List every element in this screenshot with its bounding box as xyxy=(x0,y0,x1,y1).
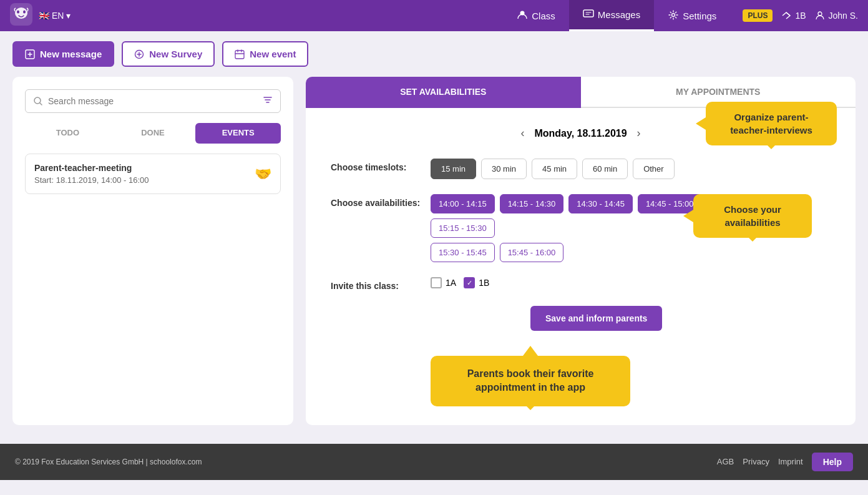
class-1b-label[interactable]: ✓ 1B xyxy=(464,277,489,288)
left-panel: TODO DONE EVENTS Parent-teacher-meeting … xyxy=(12,77,293,425)
search-icon xyxy=(33,96,43,106)
prev-date-button[interactable]: ‹ xyxy=(520,127,524,140)
tooltip-organize: Organize parent-teacher-interviews xyxy=(706,102,837,145)
avail-slot-2[interactable]: 14:30 - 14:45 xyxy=(568,194,633,213)
svg-rect-10 xyxy=(235,51,244,59)
timeslot-60min[interactable]: 60 min xyxy=(582,159,628,179)
nav-settings-label: Settings xyxy=(683,11,716,21)
flag-icon: 🇬🇧 xyxy=(39,11,49,21)
right-content: ‹ Monday, 18.11.2019 › Organize parent-t… xyxy=(306,108,856,425)
availabilities-label: Choose availabilities: xyxy=(331,194,431,208)
class-checkboxes: 1A ✓ 1B xyxy=(431,277,489,288)
timeslot-45min[interactable]: 45 min xyxy=(532,159,577,179)
tooltip-choose: Choose your availabilities xyxy=(693,194,812,238)
messages-icon xyxy=(583,8,594,21)
tooltip-organize-text: Organize parent-teacher-interviews xyxy=(730,112,812,135)
tab-todo[interactable]: TODO xyxy=(25,123,110,144)
tab-done[interactable]: DONE xyxy=(110,123,196,144)
svg-point-3 xyxy=(23,11,26,14)
new-event-button[interactable]: New event xyxy=(222,41,308,67)
save-inform-button[interactable]: Save and inform parents xyxy=(530,306,662,331)
avail-slot-1[interactable]: 14:15 - 14:30 xyxy=(500,194,564,213)
avail-slot-0[interactable]: 14:00 - 14:15 xyxy=(431,194,495,213)
invite-label: Invite this class: xyxy=(331,277,431,291)
footer-privacy[interactable]: Privacy xyxy=(743,457,769,466)
svg-point-2 xyxy=(17,11,19,14)
right-panel: SET AVAILABILITIES MY APPOINTMENTS ‹ Mon… xyxy=(306,77,856,425)
availabilities-section: Choose availabilities: 14:00 - 14:15 14:… xyxy=(331,194,831,262)
new-survey-label: New Survey xyxy=(149,49,202,59)
copyright-text: © 2019 Fox Education Services GmbH | sch… xyxy=(15,458,202,466)
save-row: Save and inform parents xyxy=(431,306,831,331)
current-date: Monday, 18.11.2019 xyxy=(534,128,627,139)
tab-events[interactable]: EVENTS xyxy=(195,123,281,144)
nav-class-label: Class xyxy=(532,11,555,21)
language-selector[interactable]: 🇬🇧 EN ▾ xyxy=(39,11,71,21)
avail-slot-6[interactable]: 15:30 - 15:45 xyxy=(431,243,495,262)
class-1a-checkbox[interactable] xyxy=(431,277,442,288)
new-message-label: New message xyxy=(40,49,102,59)
class-1b-checkbox[interactable]: ✓ xyxy=(464,277,475,288)
invite-class-section: Invite this class: 1A ✓ 1B xyxy=(331,277,831,291)
event-title: Parent-teacher-meeting xyxy=(34,163,149,173)
tooltip-parents-text: Parents book their favorite appointment … xyxy=(467,368,594,393)
class-icon xyxy=(517,9,528,22)
message-tabs: TODO DONE EVENTS xyxy=(25,123,281,144)
new-event-label: New event xyxy=(250,49,296,59)
tooltip-parents-wrapper: Parents book their favorite appointment … xyxy=(431,356,630,406)
nav-settings[interactable]: Settings xyxy=(654,0,730,31)
settings-icon xyxy=(668,9,679,22)
search-input[interactable] xyxy=(48,96,258,106)
event-card-info: Parent-teacher-meeting Start: 18.11.2019… xyxy=(34,163,149,185)
svg-point-6 xyxy=(672,13,675,16)
footer: © 2019 Fox Education Services GmbH | sch… xyxy=(0,444,868,480)
timeslot-other[interactable]: Other xyxy=(633,159,675,179)
help-button[interactable]: Help xyxy=(812,453,853,471)
class-1a-label[interactable]: 1A xyxy=(431,277,456,288)
filter-icon[interactable] xyxy=(263,95,273,107)
class-label: 1B xyxy=(795,11,806,21)
footer-imprint[interactable]: Imprint xyxy=(778,457,803,466)
user-menu[interactable]: John S. xyxy=(815,11,858,21)
timeslot-15min[interactable]: 15 min xyxy=(431,159,476,179)
search-bar xyxy=(25,89,281,113)
timeslots-label: Choose timeslots: xyxy=(331,159,431,172)
timeslots-section: Choose timeslots: 15 min 30 min 45 min 6… xyxy=(331,159,831,179)
class-1a-text: 1A xyxy=(446,278,456,288)
nav-class[interactable]: Class xyxy=(503,0,569,31)
class-switcher[interactable]: 1B xyxy=(781,11,806,21)
plus-badge: PLUS xyxy=(743,9,773,22)
avail-slot-7[interactable]: 15:45 - 16:00 xyxy=(500,243,564,262)
main-content: TODO DONE EVENTS Parent-teacher-meeting … xyxy=(0,77,868,438)
topnav-right: PLUS 1B John S. xyxy=(743,9,858,22)
logo[interactable] xyxy=(10,3,32,28)
svg-rect-5 xyxy=(583,10,593,17)
chevron-down-icon: ▾ xyxy=(66,11,71,21)
action-bar: New message New Survey New event xyxy=(0,31,868,77)
nav-items: Class Messages Settings xyxy=(503,0,730,31)
svg-point-7 xyxy=(818,12,822,16)
date-navigation: ‹ Monday, 18.11.2019 › Organize parent-t… xyxy=(331,127,831,140)
topnav: 🇬🇧 EN ▾ Class Messages Settings PLUS xyxy=(0,0,868,31)
footer-links: AGB Privacy Imprint Help xyxy=(717,453,853,471)
avail-slot-5[interactable]: 15:15 - 15:30 xyxy=(431,218,495,238)
handshake-icon: 🤝 xyxy=(255,166,271,182)
nav-messages[interactable]: Messages xyxy=(569,0,654,31)
class-1b-text: 1B xyxy=(479,278,489,288)
tooltip-choose-text: Choose your availabilities xyxy=(724,204,781,228)
timeslot-30min[interactable]: 30 min xyxy=(481,159,527,179)
event-date: Start: 18.11.2019, 14:00 - 16:00 xyxy=(34,175,149,185)
footer-agb[interactable]: AGB xyxy=(717,457,734,466)
tab-set-availabilities[interactable]: SET AVAILABILITIES xyxy=(306,77,581,108)
new-survey-button[interactable]: New Survey xyxy=(122,41,215,67)
user-label: John S. xyxy=(829,11,858,21)
next-date-button[interactable]: › xyxy=(637,127,641,140)
timeslot-options: 15 min 30 min 45 min 60 min Other xyxy=(431,159,675,179)
language-label: EN xyxy=(52,11,64,21)
event-card[interactable]: Parent-teacher-meeting Start: 18.11.2019… xyxy=(25,154,281,194)
new-message-button[interactable]: New message xyxy=(12,41,114,67)
nav-messages-label: Messages xyxy=(598,9,640,20)
